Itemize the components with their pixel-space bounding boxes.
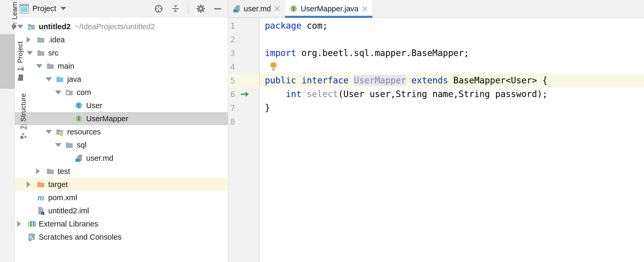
code-line[interactable]: } xyxy=(260,101,644,115)
tree-item-target[interactable]: target xyxy=(15,178,228,191)
gutter-row: 3 xyxy=(228,46,259,60)
folder-icon xyxy=(37,49,45,57)
tree-item-label: UserMapper xyxy=(86,114,128,123)
code-line[interactable] xyxy=(260,115,644,128)
tree-expand-toggle[interactable] xyxy=(17,221,27,227)
svg-text:MD: MD xyxy=(76,159,80,162)
code-text: org.beetl.sql.mapper.BaseMapper; xyxy=(296,48,469,58)
iml-file-icon xyxy=(37,206,45,215)
close-icon[interactable] xyxy=(274,5,281,12)
code-keyword: int xyxy=(286,89,301,99)
code-line[interactable]: package com; xyxy=(260,19,644,33)
project-folder-icon xyxy=(16,74,24,82)
code-text: (User user,String name,String password); xyxy=(338,89,548,99)
tree-item-user[interactable]: CUser xyxy=(15,99,228,112)
code-line[interactable]: public interface UserMapper extends Base… xyxy=(260,74,644,87)
code-text xyxy=(301,89,307,99)
ide-window: Learn 1: Project 7: Structure Project xyxy=(0,0,644,262)
tree-item-usermapper[interactable]: IUserMapper xyxy=(15,112,228,125)
tree-item-java[interactable]: java xyxy=(15,73,228,86)
tree-collapse-toggle[interactable] xyxy=(17,25,27,29)
tree-collapse-toggle[interactable] xyxy=(36,64,46,68)
tree-item-sql[interactable]: sql xyxy=(15,138,228,152)
package-icon xyxy=(65,88,74,97)
gutter-row: 2 xyxy=(228,33,259,46)
tree-expand-toggle[interactable] xyxy=(27,37,37,43)
code-line[interactable]: int select(User user,String name,String … xyxy=(260,87,644,101)
tree-collapse-toggle[interactable] xyxy=(46,130,56,134)
intention-bulb-icon[interactable] xyxy=(269,62,278,74)
tree-item-label: java xyxy=(67,75,81,84)
scratches-icon xyxy=(27,233,36,241)
editor-area: MD user.md I UserMapper.java 12345678 pa… xyxy=(228,0,644,262)
tree-item-path: ~/IdeaProjects/untitled2 xyxy=(75,22,155,31)
stripe-tab-label: 1: Project xyxy=(16,41,24,71)
tree-item-label: .idea xyxy=(48,36,65,44)
tree-collapse-toggle[interactable] xyxy=(27,51,37,55)
tree-item-label: External Libraries xyxy=(39,220,98,228)
tree-item-pom-xml[interactable]: mpom.xml xyxy=(15,191,228,204)
chevron-down-icon xyxy=(27,51,33,55)
line-number: 6 xyxy=(230,90,239,99)
sources-folder-icon xyxy=(56,75,64,83)
tree-item-main[interactable]: main xyxy=(15,59,228,73)
tree-item-resources[interactable]: resources xyxy=(15,125,228,138)
tree-item-label: main xyxy=(58,62,74,70)
tree-collapse-toggle[interactable] xyxy=(55,90,65,94)
hide-panel-button[interactable] xyxy=(213,4,223,14)
project-toolbar: Project xyxy=(15,0,228,17)
folder-icon xyxy=(37,36,45,44)
tree-item-label: test xyxy=(58,167,70,176)
stripe-tab-learn[interactable]: Learn xyxy=(0,2,15,30)
stripe-tab-structure[interactable]: 7: Structure xyxy=(0,91,15,142)
structure-icon xyxy=(19,132,27,140)
tree-item-test[interactable]: test xyxy=(15,165,228,178)
line-number: 5 xyxy=(230,76,239,85)
tree-item-com[interactable]: com xyxy=(15,86,228,99)
chevron-down-icon xyxy=(55,90,61,94)
tree-expand-toggle[interactable] xyxy=(36,168,46,174)
tree-item-label: sql xyxy=(77,141,86,149)
tree-item-idea[interactable]: .idea xyxy=(15,33,228,46)
settings-button[interactable] xyxy=(196,4,206,14)
external-libraries-icon xyxy=(27,220,36,228)
tree-item-label: src xyxy=(48,49,58,57)
code-line[interactable] xyxy=(260,60,644,74)
tree-item-label: untitled2 xyxy=(39,22,71,31)
tree-item-src[interactable]: src xyxy=(15,46,228,59)
toolbar-separator xyxy=(188,3,188,14)
tree-item-user-md[interactable]: MDuser.md xyxy=(15,152,228,165)
code-keyword: import xyxy=(265,48,296,58)
line-number: 7 xyxy=(230,103,239,113)
editor-tab-usermapper-java[interactable]: I UserMapper.java xyxy=(285,0,373,17)
folder-icon xyxy=(46,167,55,175)
gutter-row: 8 xyxy=(228,115,259,128)
code-text: } xyxy=(265,103,270,113)
markdown-file-icon: MD xyxy=(232,4,241,13)
stripe-tab-project[interactable]: 1: Project xyxy=(0,34,15,89)
collapse-all-button[interactable] xyxy=(170,4,180,14)
editor-tab-user-md[interactable]: MD user.md xyxy=(228,0,285,17)
tree-item-untitled2-iml[interactable]: untitled2.iml xyxy=(15,204,228,217)
project-tool-window: Project untitled2~/IdeaProjects/untitled… xyxy=(15,0,228,262)
tree-item-untitled2[interactable]: untitled2~/IdeaProjects/untitled2 xyxy=(15,20,228,33)
svg-text:I: I xyxy=(292,6,295,11)
line-number: 4 xyxy=(230,62,239,72)
project-view-title[interactable]: Project xyxy=(32,4,56,13)
chevron-down-icon[interactable] xyxy=(60,7,66,10)
navigate-to-sql-icon[interactable] xyxy=(240,89,250,99)
tree-expand-toggle[interactable] xyxy=(27,181,37,188)
code-area[interactable]: package com;import org.beetl.sql.mapper.… xyxy=(260,18,644,262)
tree-item-external-libraries[interactable]: External Libraries xyxy=(15,217,228,230)
code-line[interactable]: import org.beetl.sql.mapper.BaseMapper; xyxy=(260,46,644,60)
tree-collapse-toggle[interactable] xyxy=(46,77,56,81)
close-icon[interactable] xyxy=(361,5,368,12)
tree-item-scratches-and-consoles[interactable]: Scratches and Consoles xyxy=(15,230,228,244)
locate-file-button[interactable] xyxy=(154,4,164,14)
code-text xyxy=(265,89,286,99)
chevron-down-icon xyxy=(46,77,52,81)
code-line[interactable] xyxy=(260,33,644,46)
chevron-down-icon xyxy=(55,143,61,147)
tree-collapse-toggle[interactable] xyxy=(55,143,65,147)
gutter-row: 1 xyxy=(228,19,259,33)
